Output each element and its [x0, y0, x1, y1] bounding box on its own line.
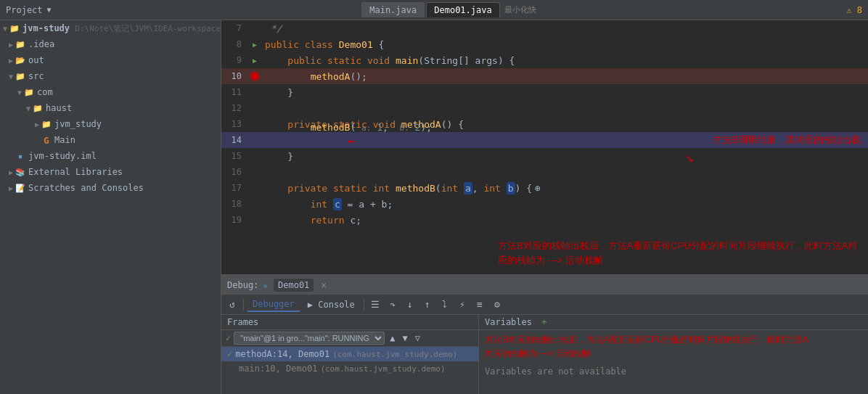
code-lines: 7 */ 8 ▶ public class Demo01 { 9 ▶ publi…: [221, 20, 868, 274]
project-icon: 📁: [9, 22, 20, 34]
run-to-cursor-btn[interactable]: ⤵: [437, 297, 453, 313]
code-line-14: 14 methodB( a: 1, b: 2); ← 方法B调用结束，其对应的栈…: [221, 132, 868, 148]
line-num-19: 19: [221, 215, 247, 225]
restart-btn[interactable]: ↺: [224, 297, 240, 313]
folder-src-icon: 📁: [15, 70, 26, 82]
sidebar-item-out[interactable]: ▶ 📂 out: [0, 52, 221, 68]
step-into-btn[interactable]: ↓: [402, 297, 418, 313]
sidebar-item-main[interactable]: ▶ G Main: [0, 132, 221, 148]
line-num-7: 7: [221, 23, 247, 33]
sidebar-item-jvm-study[interactable]: ▼ 📁 jvm-study D:\Note\笔记\JVM\IDEA-worksp…: [0, 20, 221, 36]
variables-panel: Variables + 方法B对应的栈帧出栈后，方法A重新获得CPU分配的时间片…: [479, 315, 868, 394]
settings-btn[interactable]: ⚙: [489, 297, 505, 313]
tab-debugger[interactable]: Debugger: [247, 297, 300, 312]
line-num-10: 10: [221, 71, 247, 81]
breakpoint-icon: [250, 72, 259, 81]
sidebar-item-label: External Libraries: [28, 167, 123, 177]
spacer: ▶: [35, 136, 39, 144]
frame-name-1: methodA:14, Demo01: [235, 349, 329, 359]
show-frames-btn[interactable]: ≡: [472, 297, 488, 313]
arrow-icon: ▼: [26, 104, 30, 112]
frame-name-2: main:10, Demo01: [239, 364, 317, 374]
gutter-8[interactable]: ▶: [247, 41, 262, 49]
sidebar-item-haust[interactable]: ▼ 📁 haust: [0, 100, 221, 116]
editor-area: 7 */ 8 ▶ public class Demo01 { 9 ▶ publi…: [221, 20, 868, 394]
iml-icon: ▪: [15, 150, 26, 162]
code-line-19: 19 return c;: [221, 212, 868, 228]
chevron-down-icon: ▼: [47, 6, 52, 14]
variables-content: 方法B对应的栈帧出栈后，方法A重新获得CPU分配的时间片段继续执行，此时方法A对…: [479, 330, 868, 394]
arrow-icon: ▶: [9, 41, 13, 49]
sidebar-item-idea[interactable]: ▶ 📁 .idea: [0, 36, 221, 52]
debug-label: Debug:: [227, 280, 258, 290]
code-line-11: 11 }: [221, 84, 868, 100]
thread-check-icon: ✓: [226, 333, 231, 343]
line-num-9: 9: [221, 55, 247, 65]
sidebar-item-label: out: [28, 55, 44, 65]
project-label[interactable]: Project: [6, 5, 43, 15]
code-editor[interactable]: 7 */ 8 ▶ public class Demo01 { 9 ▶ publi…: [221, 20, 868, 274]
sidebar-item-jvm-study-pkg[interactable]: ▶ 📁 jvm_study: [0, 116, 221, 132]
code-line-15: 15 } ↘: [221, 148, 868, 164]
line-num-11: 11: [221, 87, 247, 97]
frames-label: Frames: [227, 317, 258, 327]
frames-header: Frames: [221, 315, 478, 330]
variables-label: Variables: [485, 317, 532, 327]
sidebar-item-label: Main: [54, 135, 75, 145]
line-content-17: private static int methodB(int a, int b)…: [262, 183, 868, 194]
evaluate-btn[interactable]: ⚡: [454, 297, 470, 313]
top-bar: Project ▼ Main.java Demo01.java 最小化快 ⚠ 8: [0, 0, 868, 20]
line-num-17: 17: [221, 183, 247, 193]
layout-btn[interactable]: ☰: [367, 297, 383, 313]
warning-badge[interactable]: ⚠ 8: [846, 5, 862, 15]
thread-down-btn[interactable]: ▼: [400, 332, 409, 344]
debug-tab-name[interactable]: Demo01: [274, 279, 314, 292]
gutter-9[interactable]: ▶: [247, 57, 262, 65]
sidebar-item-com[interactable]: ▼ 📁 com: [0, 84, 221, 100]
thread-filter-btn[interactable]: ▽: [413, 332, 422, 344]
sidebar-item-label: jvm_study: [54, 119, 102, 129]
arrow-icon: ▶: [9, 168, 13, 176]
line-num-8: 8: [221, 39, 247, 49]
sidebar-item-label: src: [28, 71, 44, 81]
thread-up-btn[interactable]: ▲: [388, 332, 397, 344]
code-line-16: 16: [221, 164, 868, 180]
folder-icon: 📁: [23, 86, 35, 98]
code-line-9: 9 ▶ public static void main(String[] arg…: [221, 52, 868, 68]
run-icon[interactable]: ▶: [253, 57, 257, 65]
sidebar-item-iml[interactable]: ▶ ▪ jvm-study.iml: [0, 148, 221, 164]
sidebar-item-label: .idea: [28, 39, 54, 49]
arrow-icon: ▶: [35, 120, 39, 128]
debug-close-icon[interactable]: ✕: [321, 279, 327, 290]
code-line-17: 17 private static int methodB(int a, int…: [221, 180, 868, 196]
arrow-icon: ▶: [9, 57, 13, 65]
add-variable-btn[interactable]: +: [541, 317, 546, 327]
arrow-icon: ▼: [9, 73, 13, 81]
tab-demo01-java[interactable]: Demo01.java: [426, 2, 499, 17]
line-content-7: */: [262, 23, 868, 34]
sidebar-item-label: jvm-study D:\Note\笔记\JVM\IDEA-workspace\…: [22, 23, 221, 34]
run-icon[interactable]: ▶: [253, 41, 257, 49]
separator: [364, 298, 364, 311]
scratches-icon: 📝: [15, 182, 26, 194]
thread-select[interactable]: "main"@1 in gro..."main": RUNNING: [234, 332, 385, 345]
sidebar-item-external-libs[interactable]: ▶ 📚 External Libraries: [0, 164, 221, 180]
code-line-10: 10 methodA();: [221, 68, 868, 84]
step-out-btn[interactable]: ↑: [419, 297, 435, 313]
sidebar-item-label: haust: [46, 103, 72, 113]
tab-main-java[interactable]: Main.java: [361, 2, 425, 17]
line-num-14: 14: [221, 135, 247, 145]
frame-item-1[interactable]: ✓ methodA:14, Demo01 (com.haust.jvm_stud…: [221, 347, 478, 361]
frame-item-2[interactable]: main:10, Demo01 (com.haust.jvm_study.dem…: [221, 361, 478, 376]
frame-active-icon: ✓: [227, 349, 232, 359]
debug-java-icon: ☕: [263, 280, 268, 290]
sidebar-item-scratches[interactable]: ▶ 📝 Scratches and Consoles: [0, 180, 221, 196]
folder-icon: 📁: [32, 102, 44, 114]
sidebar-item-src[interactable]: ▼ 📁 src: [0, 68, 221, 84]
frame-detail-1: (com.haust.jvm_study.demo): [332, 350, 457, 359]
tab-console[interactable]: ▶ Console: [302, 298, 361, 311]
gutter-10[interactable]: [247, 72, 262, 81]
step-over-btn[interactable]: ↷: [385, 297, 401, 313]
libs-icon: 📚: [15, 166, 26, 178]
code-line-7: 7 */: [221, 20, 868, 36]
